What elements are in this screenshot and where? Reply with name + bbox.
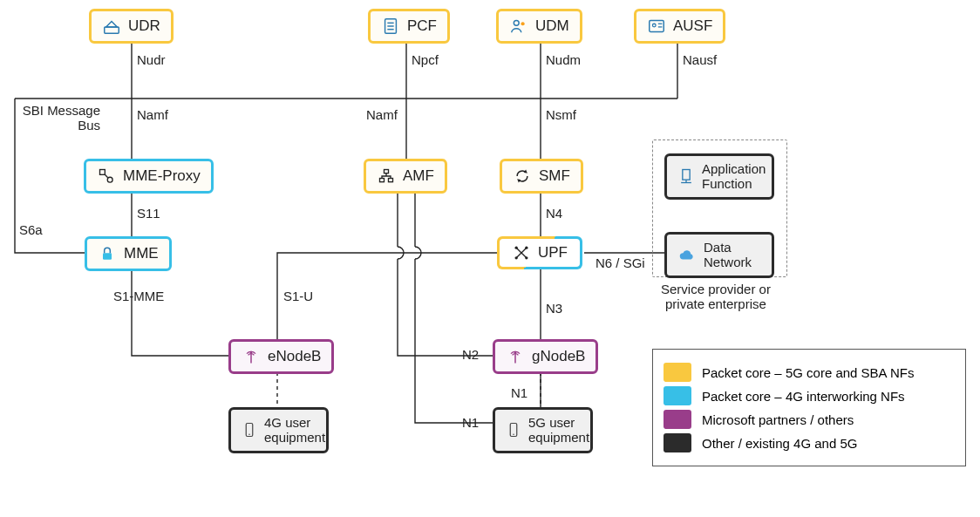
node-amf: AMF xyxy=(364,159,447,194)
label-namf-1: Namf xyxy=(137,107,168,122)
node-gnodeb: gNodeB xyxy=(493,339,598,374)
label-service-provider: Service provider or private enterprise xyxy=(661,282,771,311)
label-nsmf: Nsmf xyxy=(546,107,576,122)
antenna-icon xyxy=(506,347,525,366)
node-app-function: Application Function xyxy=(664,153,774,200)
lock-icon xyxy=(98,244,117,263)
legend-swatch-icon xyxy=(664,433,691,452)
svg-line-14 xyxy=(105,174,107,177)
label-s1-u: S1-U xyxy=(283,289,313,303)
node-5g-ue: 5G user equipment xyxy=(493,407,593,453)
node-label: UPF xyxy=(538,244,568,262)
node-udm: UDM xyxy=(496,9,582,44)
svg-point-6 xyxy=(514,20,519,25)
legend-row: Packet core – 5G core and SBA NFs xyxy=(664,363,951,382)
legend-swatch-icon xyxy=(664,363,691,382)
node-label: 4G user equipment xyxy=(264,415,325,446)
node-label: gNodeB xyxy=(532,348,585,365)
cloud-icon xyxy=(677,245,697,264)
node-mme-proxy: MME-Proxy xyxy=(84,159,214,194)
topology-icon xyxy=(97,167,116,186)
svg-rect-20 xyxy=(683,170,690,180)
svg-point-31 xyxy=(514,351,517,354)
node-label: MME xyxy=(124,245,159,262)
mesh-icon xyxy=(512,243,531,262)
node-label: eNodeB xyxy=(268,348,321,365)
svg-point-30 xyxy=(250,351,253,354)
svg-marker-1 xyxy=(106,22,118,27)
document-list-icon xyxy=(381,17,400,36)
node-label: MME-Proxy xyxy=(123,167,201,185)
label-n4: N4 xyxy=(546,206,562,221)
legend-swatch-icon xyxy=(664,410,691,429)
server-icon xyxy=(677,167,695,186)
legend-row: Microsoft partners / others xyxy=(664,410,951,429)
svg-rect-8 xyxy=(650,21,664,32)
label-n2: N2 xyxy=(462,347,479,362)
node-label: AUSF xyxy=(673,17,712,35)
node-label: UDM xyxy=(535,17,569,35)
svg-point-35 xyxy=(513,434,514,436)
label-n1-a: N1 xyxy=(511,385,527,400)
node-enodeb: eNodeB xyxy=(228,339,334,374)
svg-point-9 xyxy=(652,24,656,27)
node-label: AMF xyxy=(403,167,434,185)
svg-rect-17 xyxy=(389,179,393,182)
legend-label: Microsoft partners / others xyxy=(702,412,854,427)
node-udr: UDR xyxy=(89,9,174,44)
id-card-icon xyxy=(647,17,666,36)
node-ausf: AUSF xyxy=(634,9,725,44)
label-n1-b: N1 xyxy=(462,415,479,430)
label-nudr: Nudr xyxy=(137,52,166,67)
svg-rect-15 xyxy=(385,170,389,173)
label-namf-2: Namf xyxy=(366,107,398,122)
legend-label: Packet core – 4G interworking NFs xyxy=(702,389,905,404)
storage-icon xyxy=(102,17,121,36)
svg-point-33 xyxy=(248,434,250,436)
antenna-icon xyxy=(242,347,261,366)
label-sbi-bus: SBI Message Bus xyxy=(13,103,100,133)
phone-icon xyxy=(242,420,257,439)
phone-icon xyxy=(506,420,521,439)
label-s11: S11 xyxy=(137,206,160,221)
node-label: SMF xyxy=(539,167,570,185)
node-label: PCF xyxy=(407,17,437,35)
label-npcf: Npcf xyxy=(412,52,439,67)
users-icon xyxy=(509,17,528,36)
legend-swatch-icon xyxy=(664,386,691,405)
svg-point-13 xyxy=(107,177,112,182)
sync-icon xyxy=(513,167,532,186)
legend-row: Packet core – 4G interworking NFs xyxy=(664,386,951,405)
legend: Packet core – 5G core and SBA NFs Packet… xyxy=(652,349,966,466)
label-s1-mme: S1-MME xyxy=(113,289,164,303)
node-label: Data Network xyxy=(704,240,752,270)
node-label: 5G user equipment xyxy=(528,415,589,446)
label-nausf: Nausf xyxy=(683,52,717,67)
label-n6-sgi: N6 / SGi xyxy=(595,255,645,270)
hierarchy-icon xyxy=(377,167,396,186)
node-label: Application Function xyxy=(702,161,766,192)
legend-label: Other / existing 4G and 5G xyxy=(702,436,857,451)
legend-row: Other / existing 4G and 5G xyxy=(664,433,951,452)
label-s6a: S6a xyxy=(19,222,43,237)
node-mme: MME xyxy=(85,236,172,271)
svg-rect-12 xyxy=(100,170,105,175)
label-n3: N3 xyxy=(546,301,562,316)
node-label: UDR xyxy=(128,17,160,35)
legend-label: Packet core – 5G core and SBA NFs xyxy=(702,365,914,380)
svg-rect-0 xyxy=(105,27,119,33)
svg-rect-16 xyxy=(380,179,385,182)
node-smf: SMF xyxy=(500,159,583,194)
node-pcf: PCF xyxy=(368,9,450,44)
svg-rect-23 xyxy=(103,253,112,260)
node-upf: UPF xyxy=(497,236,582,269)
svg-point-7 xyxy=(521,22,524,25)
label-nudm: Nudm xyxy=(546,52,581,67)
node-4g-ue: 4G user equipment xyxy=(228,407,329,453)
node-data-network: Data Network xyxy=(664,232,774,278)
